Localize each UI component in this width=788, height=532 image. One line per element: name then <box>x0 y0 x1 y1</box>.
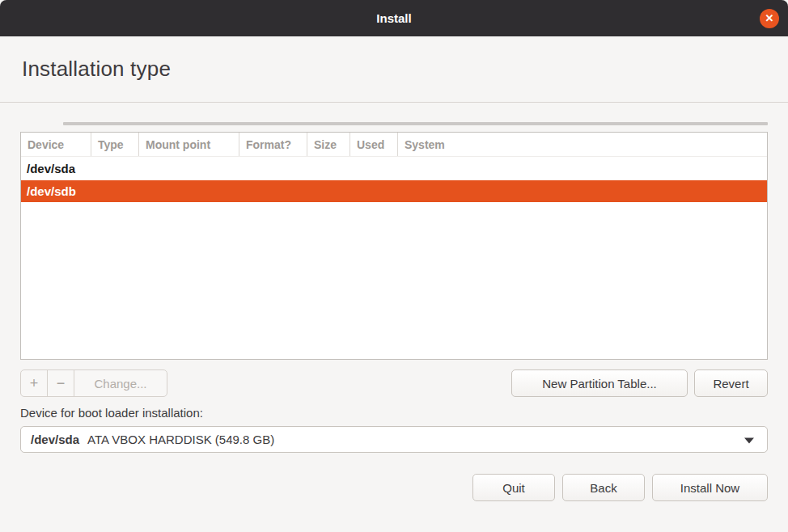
install-window: Install ✕ Installation type Device Type … <box>0 0 788 532</box>
table-header: Device Type Mount point Format? Size Use… <box>21 133 767 157</box>
device-cell: /dev/sdb <box>27 184 76 198</box>
bootloader-label: Device for boot loader installation: <box>20 406 768 420</box>
back-button[interactable]: Back <box>562 474 645 501</box>
column-header-system[interactable]: System <box>398 133 767 156</box>
device-cell: /dev/sda <box>27 162 75 175</box>
bootloader-device-dropdown[interactable]: /dev/sda ATA VBOX HARDDISK (549.8 GB) <box>20 426 768 453</box>
column-header-type[interactable]: Type <box>91 133 139 156</box>
dropdown-selected-device-model: ATA VBOX HARDDISK (549.8 GB) <box>87 433 274 446</box>
table-actions-right: New Partition Table... Revert <box>511 369 768 397</box>
table-row-sda[interactable]: /dev/sda <box>21 157 767 180</box>
column-header-format[interactable]: Format? <box>239 133 307 156</box>
column-header-device[interactable]: Device <box>21 133 91 156</box>
navigation-buttons: Quit Back Install Now <box>20 474 768 501</box>
dropdown-selected-device: /dev/sda <box>31 433 79 446</box>
remove-partition-button[interactable]: − <box>48 370 74 396</box>
close-button[interactable]: ✕ <box>760 9 779 28</box>
close-icon: ✕ <box>765 12 774 24</box>
quit-button[interactable]: Quit <box>472 474 555 501</box>
page-title: Installation type <box>22 57 171 82</box>
titlebar: Install ✕ <box>0 0 788 36</box>
column-header-mount-point[interactable]: Mount point <box>139 133 239 156</box>
chevron-down-icon <box>744 437 754 443</box>
plus-icon: + <box>30 375 39 392</box>
column-header-size[interactable]: Size <box>307 133 350 156</box>
page-header: Installation type <box>0 36 788 103</box>
column-header-used[interactable]: Used <box>350 133 398 156</box>
add-partition-button[interactable]: + <box>21 370 48 396</box>
minus-icon: − <box>57 375 66 392</box>
content-area: Device Type Mount point Format? Size Use… <box>0 122 788 501</box>
partition-usage-bar <box>63 122 768 125</box>
partition-edit-button-group: + − Change... <box>20 369 167 397</box>
window-title: Install <box>376 11 411 25</box>
revert-button[interactable]: Revert <box>694 369 768 397</box>
new-partition-table-button[interactable]: New Partition Table... <box>511 369 688 397</box>
install-now-button[interactable]: Install Now <box>652 474 768 501</box>
change-button-label: Change... <box>94 377 146 391</box>
change-partition-button[interactable]: Change... <box>74 370 167 396</box>
partition-table: Device Type Mount point Format? Size Use… <box>20 132 768 360</box>
table-actions-row: + − Change... New Partition Table... Rev… <box>20 369 768 397</box>
table-row-sdb-selected[interactable]: /dev/sdb <box>21 180 767 202</box>
